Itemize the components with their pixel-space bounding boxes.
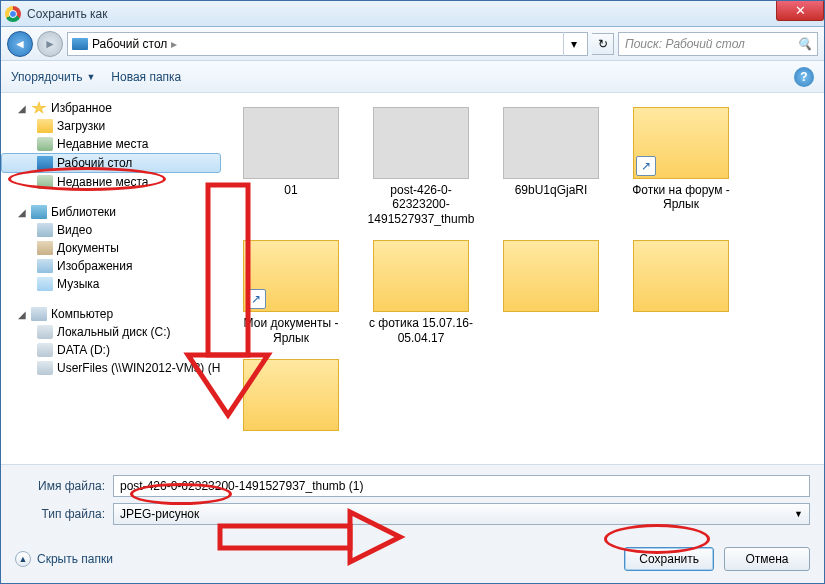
file-item[interactable]: post-426-0-62323200-1491527937_thumb	[361, 103, 481, 230]
new-folder-button[interactable]: Новая папка	[111, 70, 181, 84]
recent-icon	[37, 175, 53, 189]
sidebar-item-video[interactable]: Видео	[1, 221, 221, 239]
dialog-body: ◢Избранное Загрузки Недавние места Рабоч…	[1, 93, 824, 464]
music-icon	[37, 277, 53, 291]
file-thumbnail	[503, 107, 599, 179]
sidebar-item-downloads[interactable]: Загрузки	[1, 117, 221, 135]
breadcrumb-text: Рабочий стол	[92, 37, 167, 51]
file-label: с фотика 15.07.16-05.04.17	[365, 316, 477, 345]
sidebar-item-drive-h[interactable]: UserFiles (\\WIN2012-VM3) (H:)	[1, 359, 221, 377]
sidebar: ◢Избранное Загрузки Недавние места Рабоч…	[1, 93, 221, 464]
chevron-right-icon: ▸	[171, 37, 177, 51]
sidebar-computer[interactable]: ◢Компьютер	[1, 305, 221, 323]
file-label: 01	[284, 183, 297, 197]
sidebar-item-drive-c[interactable]: Локальный диск (C:)	[1, 323, 221, 341]
drive-icon	[37, 361, 53, 375]
chrome-icon	[5, 6, 21, 22]
folder-icon	[503, 240, 599, 312]
sidebar-item-documents[interactable]: Документы	[1, 239, 221, 257]
folder-icon	[633, 240, 729, 312]
toolbar: Упорядочить ▼ Новая папка ?	[1, 61, 824, 93]
file-item[interactable]: Мои документы - Ярлык	[231, 236, 351, 349]
folder-icon	[633, 107, 729, 179]
documents-icon	[37, 241, 53, 255]
folder-icon	[243, 359, 339, 431]
file-thumbnail	[243, 107, 339, 179]
drive-icon	[37, 343, 53, 357]
chevron-down-icon: ▼	[86, 72, 95, 82]
window-title: Сохранить как	[27, 7, 107, 21]
file-label: Фотки на форум - Ярлык	[625, 183, 737, 212]
chevron-up-icon: ▲	[15, 551, 31, 567]
chevron-down-icon: ▼	[794, 509, 803, 519]
sidebar-item-desktop[interactable]: Рабочий стол	[1, 153, 221, 173]
libraries-icon	[31, 205, 47, 219]
sidebar-libraries[interactable]: ◢Библиотеки	[1, 203, 221, 221]
sidebar-item-recent-1[interactable]: Недавние места	[1, 135, 221, 153]
save-button[interactable]: Сохранить	[624, 547, 714, 571]
file-item[interactable]: Фотки на форум - Ярлык	[621, 103, 741, 230]
save-as-dialog: Сохранить как ✕ ◄ ► Рабочий стол ▸ ▾ ↻ П…	[0, 0, 825, 584]
search-icon: 🔍	[797, 37, 811, 51]
file-item[interactable]	[231, 355, 351, 439]
file-list: 01post-426-0-62323200-1491527937_thumb69…	[221, 93, 824, 464]
star-icon	[31, 101, 47, 115]
filename-label: Имя файла:	[15, 479, 105, 493]
bottom-panel: Имя файла: Тип файла: JPEG-рисунок ▼	[1, 464, 824, 539]
folder-icon	[37, 119, 53, 133]
file-item[interactable]: 01	[231, 103, 351, 230]
file-label: post-426-0-62323200-1491527937_thumb	[365, 183, 477, 226]
breadcrumb-dropdown[interactable]: ▾	[563, 32, 583, 56]
file-item[interactable]	[621, 236, 741, 349]
sidebar-item-recent-2[interactable]: Недавние места	[1, 173, 221, 191]
navbar: ◄ ► Рабочий стол ▸ ▾ ↻ Поиск: Рабочий ст…	[1, 27, 824, 61]
filetype-combo[interactable]: JPEG-рисунок ▼	[113, 503, 810, 525]
sidebar-item-drive-d[interactable]: DATA (D:)	[1, 341, 221, 359]
images-icon	[37, 259, 53, 273]
sidebar-item-images[interactable]: Изображения	[1, 257, 221, 275]
desktop-icon	[72, 38, 88, 50]
sidebar-item-music[interactable]: Музыка	[1, 275, 221, 293]
folder-icon	[243, 240, 339, 312]
video-icon	[37, 223, 53, 237]
organize-menu[interactable]: Упорядочить ▼	[11, 70, 95, 84]
file-label: 69bU1qGjaRI	[515, 183, 588, 197]
back-button[interactable]: ◄	[7, 31, 33, 57]
desktop-icon	[37, 156, 53, 170]
drive-icon	[37, 325, 53, 339]
folder-icon	[373, 240, 469, 312]
filename-input[interactable]	[113, 475, 810, 497]
search-placeholder: Поиск: Рабочий стол	[625, 37, 745, 51]
forward-button[interactable]: ►	[37, 31, 63, 57]
computer-icon	[31, 307, 47, 321]
sidebar-favorites[interactable]: ◢Избранное	[1, 99, 221, 117]
close-button[interactable]: ✕	[776, 1, 824, 21]
breadcrumb-bar[interactable]: Рабочий стол ▸ ▾	[67, 32, 588, 56]
search-input[interactable]: Поиск: Рабочий стол 🔍	[618, 32, 818, 56]
filetype-label: Тип файла:	[15, 507, 105, 521]
help-button[interactable]: ?	[794, 67, 814, 87]
file-thumbnail	[373, 107, 469, 179]
titlebar: Сохранить как ✕	[1, 1, 824, 27]
hide-folders-toggle[interactable]: ▲ Скрыть папки	[15, 551, 113, 567]
refresh-button[interactable]: ↻	[592, 33, 614, 55]
file-item[interactable]: 69bU1qGjaRI	[491, 103, 611, 230]
footer: ▲ Скрыть папки Сохранить Отмена	[1, 539, 824, 583]
recent-icon	[37, 137, 53, 151]
file-item[interactable]	[491, 236, 611, 349]
file-label: Мои документы - Ярлык	[235, 316, 347, 345]
file-item[interactable]: с фотика 15.07.16-05.04.17	[361, 236, 481, 349]
cancel-button[interactable]: Отмена	[724, 547, 810, 571]
